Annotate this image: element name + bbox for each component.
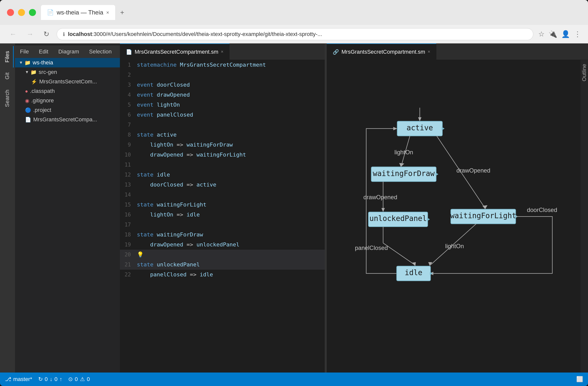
classpath-icon: ● <box>25 88 28 94</box>
svg-marker-4 <box>442 127 445 130</box>
state-node-active[interactable]: active <box>397 121 445 136</box>
expand-icon: ▼ <box>19 60 23 65</box>
address-host: localhost <box>68 31 92 37</box>
tree-item-gitignore[interactable]: ◉ .gitignore <box>15 96 120 105</box>
maximize-traffic-light[interactable] <box>29 9 36 16</box>
menu-view[interactable]: View <box>117 46 120 57</box>
code-tab-filename: MrsGrantsSecretCompartment.sm <box>135 49 218 55</box>
code-line-3: 3 event doorClosed <box>120 80 325 90</box>
main-splitter[interactable] <box>325 60 327 373</box>
menu-selection[interactable]: Selection <box>84 46 117 57</box>
warn-icon: ⚠ <box>80 376 85 383</box>
diagram-tab-close[interactable]: × <box>428 49 430 54</box>
menu-icon[interactable]: ⋮ <box>574 30 581 38</box>
code-line-5: 5 event lightOn <box>120 100 325 110</box>
code-line-14: 14 <box>120 190 325 200</box>
diagram-tab[interactable]: 🔗 MrsGrantsSecretCompartment.sm × <box>327 43 436 60</box>
editor-area: 📄 MrsGrantsSecretCompartment.sm × 🔗 MrsG… <box>120 43 588 373</box>
diagram-tab-icon: 🔗 <box>333 49 339 55</box>
state-node-waitingForLight[interactable]: waitingForLight <box>450 209 518 224</box>
tree-item-root[interactable]: ▼ 📁 ws-theia <box>15 58 120 67</box>
tree-sm-file-label: MrsGrantsSecretCom... <box>39 78 97 85</box>
status-errors[interactable]: ⊙ 0 ⚠ 0 <box>68 376 90 383</box>
code-tab-close[interactable]: × <box>221 49 224 54</box>
svg-marker-35 <box>393 127 397 130</box>
svg-marker-15 <box>381 208 385 212</box>
browser-window: 📄 ws-theia — Theia × + ← → ↻ ℹ localhost… <box>0 0 588 386</box>
expand-icon: ▼ <box>25 70 29 74</box>
code-line-19: 19 drawOpened => unlockedPanel <box>120 240 325 250</box>
tree-src-gen-label: src-gen <box>39 69 57 75</box>
svg-marker-1 <box>418 117 422 121</box>
tree-item-classpath[interactable]: ● .classpath <box>15 86 120 96</box>
refresh-button[interactable]: ↻ <box>41 28 52 40</box>
address-path: /#/Users/koehnlein/Documents/devel/theia… <box>106 31 322 37</box>
sidebar-tab-search[interactable]: Search <box>1 85 14 112</box>
code-line-18: 18 state waitingForDraw <box>120 230 325 240</box>
svg-text:panelClosed: panelClosed <box>355 245 388 251</box>
code-tab[interactable]: 📄 MrsGrantsSecretCompartment.sm × <box>120 43 230 60</box>
branch-icon: ⎇ <box>5 376 11 383</box>
status-branch[interactable]: ⎇ master* <box>5 376 32 383</box>
tree-main-file-label: MrsGrantsSecretCompa... <box>33 116 97 123</box>
state-node-waitingForDraw[interactable]: waitingForDraw <box>371 167 438 182</box>
tab-close-btn[interactable]: × <box>106 10 109 15</box>
new-tab-button[interactable]: + <box>118 6 126 18</box>
account-icon[interactable]: 👤 <box>561 30 570 38</box>
code-line-7: 7 <box>120 120 325 130</box>
menu-diagram[interactable]: Diagram <box>53 46 84 57</box>
address-port: :3000 <box>92 31 106 37</box>
lock-icon: ℹ <box>63 31 65 37</box>
code-line-9: 9 lightOn => waitingForDraw <box>120 140 325 150</box>
svg-marker-13 <box>436 173 438 176</box>
error-count: 0 <box>75 376 78 383</box>
app-container: Files Git Search File Edit Diagram Selec… <box>0 43 588 373</box>
close-traffic-light[interactable] <box>7 9 14 16</box>
address-bar[interactable]: ℹ localhost:3000/#/Users/koehnlein/Docum… <box>57 28 533 40</box>
menu-edit[interactable]: Edit <box>34 46 53 57</box>
up-count: 0 <box>54 376 57 383</box>
sidebar-tab-git[interactable]: Git <box>1 67 14 84</box>
address-text: localhost:3000/#/Users/koehnlein/Documen… <box>68 31 527 37</box>
code-editor[interactable]: 1 statemachine MrsGrantsSecretCompartmen… <box>120 60 325 373</box>
code-line-21: 21 state unlockedPanel <box>120 260 325 270</box>
error-icon: ⊙ <box>68 376 73 383</box>
code-line-22: 22 panelClosed => idle <box>120 270 325 280</box>
browser-tab[interactable]: 📄 ws-theia — Theia × <box>41 5 115 20</box>
tree-item-project[interactable]: 🔵 .project <box>15 105 120 115</box>
sync-icon: ↻ <box>38 376 43 383</box>
svg-text:unlockedPanel: unlockedPanel <box>369 214 427 223</box>
svg-text:lightOn: lightOn <box>394 149 413 156</box>
svg-text:waitingForLight: waitingForLight <box>450 211 516 220</box>
sm-file-icon: ⚡ <box>31 79 37 85</box>
extension-icon[interactable]: 🔌 <box>549 30 557 38</box>
state-node-unlockedPanel[interactable]: unlockedPanel <box>368 212 430 227</box>
back-button[interactable]: ← <box>7 29 19 40</box>
code-line-1: 1 statemachine MrsGrantsSecretCompartmen… <box>120 60 325 70</box>
state-node-idle[interactable]: idle <box>397 266 433 281</box>
editor-splitter[interactable] <box>325 43 327 60</box>
folder-icon-src-gen: 📁 <box>30 69 37 75</box>
code-line-11: 11 <box>120 160 325 170</box>
svg-marker-9 <box>482 205 487 209</box>
code-line-12: 12 state idle <box>120 170 325 180</box>
diagram-panel[interactable]: active lightOn drawOpened <box>327 60 581 373</box>
browser-titlebar: 📄 ws-theia — Theia × + <box>0 0 588 25</box>
sidebar-tab-files[interactable]: Files <box>1 46 14 67</box>
menu-file[interactable]: File <box>15 46 34 57</box>
tree-item-src-gen[interactable]: ▼ 📁 src-gen <box>15 67 120 77</box>
tab-page-icon: 📄 <box>47 9 54 16</box>
sidebar-activity-bar: Files Git Search <box>0 43 15 373</box>
bookmark-icon[interactable]: ☆ <box>538 30 545 38</box>
status-sync[interactable]: ↻ 0 ↓ 0 ↑ <box>38 376 62 383</box>
minimize-traffic-light[interactable] <box>18 9 25 16</box>
tree-item-sm-file[interactable]: ⚡ MrsGrantsSecretCom... <box>15 77 120 86</box>
branch-name: master* <box>13 376 32 383</box>
status-expand[interactable]: ⬜ <box>576 376 583 383</box>
folder-icon: 📁 <box>24 60 31 66</box>
forward-button[interactable]: → <box>24 29 36 40</box>
diagram-svg: active lightOn drawOpened <box>327 60 581 373</box>
code-line-15: 15 state waitingForLight <box>120 200 325 210</box>
svg-marker-30 <box>412 262 416 266</box>
tree-item-main-file[interactable]: 📄 MrsGrantsSecretCompa... <box>15 115 120 124</box>
